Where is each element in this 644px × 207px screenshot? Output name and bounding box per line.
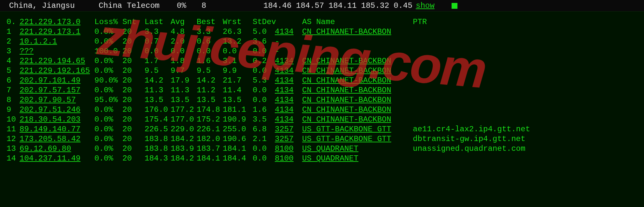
asname-value[interactable]: CN CHINANET-BACKBON: [302, 27, 413, 36]
last-value: 14.2: [145, 76, 171, 85]
loss-value: 0.0%: [94, 135, 122, 143]
hop-ip[interactable]: 104.237.11.49: [20, 154, 94, 163]
top-count: 8: [202, 1, 263, 10]
table-row: 1369.12.69.800.0%20183.8183.9183.7184.10…: [7, 144, 644, 153]
best-value: 13.5: [197, 96, 223, 104]
header-ip[interactable]: 221.229.173.0: [20, 18, 94, 26]
loss-value: 90.0%: [94, 76, 122, 85]
hop-ip[interactable]: 89.149.140.77: [20, 125, 94, 134]
avg-value: 13.5: [171, 96, 197, 104]
last-value: 176.0: [145, 105, 171, 114]
header-stdev: StDev: [253, 18, 275, 26]
best-value: 174.8: [197, 105, 223, 114]
stdev-value: 3.5: [253, 115, 275, 124]
table-row: 5221.229.192.1650.0%209.59.79.59.90.0413…: [7, 66, 644, 75]
snt-value: 20: [122, 105, 145, 114]
best-value: 183.7: [197, 144, 223, 153]
asn-value[interactable]: 3257: [275, 135, 302, 143]
snt-value: 20: [122, 37, 145, 46]
asname-value[interactable]: CN CHINANET-BACKBON: [302, 57, 413, 65]
snt-value: 20: [122, 125, 145, 134]
header-best: Best: [197, 18, 223, 26]
asname-value[interactable]: US GTT-BACKBONE GTT: [302, 125, 413, 134]
table-row: 8202.97.90.5795.0%2013.513.513.513.50.04…: [7, 95, 644, 105]
snt-value: 20: [122, 47, 145, 56]
table-row: 9202.97.51.2460.0%20176.0177.2174.8181.1…: [7, 105, 644, 114]
hop-ip[interactable]: ???: [20, 47, 94, 56]
snt-value: 20: [122, 66, 145, 75]
best-value: 9.5: [197, 66, 223, 75]
table-row: 1189.149.140.770.0%20226.5229.0226.1255.…: [7, 124, 644, 134]
stdev-value: 6.8: [253, 125, 275, 134]
asname-value[interactable]: CN CHINANET-BACKBON: [302, 86, 413, 95]
stdev-value: 0.2: [253, 57, 275, 65]
last-value: 183.8: [145, 144, 171, 153]
last-value: 1.7: [145, 57, 171, 65]
asname-value[interactable]: CN CHINANET-BACKBON: [302, 66, 413, 75]
avg-value: 9.7: [171, 66, 197, 75]
loss-value: 0.0%: [94, 105, 122, 114]
hop-ip[interactable]: 10.1.2.1: [20, 37, 94, 46]
asname-value[interactable]: US GTT-BACKBONE GTT: [302, 135, 413, 143]
asn-value[interactable]: 4134: [275, 76, 302, 85]
wrst-value: 190.9: [223, 115, 253, 124]
asn-value[interactable]: 8100: [275, 154, 302, 163]
hop-ip[interactable]: 202.97.90.57: [20, 96, 94, 104]
hop-number: 5: [7, 66, 20, 75]
snt-value: 20: [122, 27, 145, 36]
hop-number: 10: [7, 115, 20, 124]
asn-value[interactable]: 4134: [275, 57, 302, 65]
hop-ip[interactable]: 202.97.101.49: [20, 76, 94, 85]
avg-value: 177.0: [171, 115, 197, 124]
stdev-value: 0.0: [253, 144, 275, 153]
asn-value[interactable]: 4134: [275, 66, 302, 75]
loss-value: 0.0%: [94, 37, 122, 46]
avg-value: 1.8: [171, 57, 197, 65]
hop-number: 6: [7, 76, 20, 85]
stdev-value: 0.0: [253, 66, 275, 75]
asn-value: -: [275, 47, 302, 56]
asname-value[interactable]: CN CHINANET-BACKBON: [302, 96, 413, 104]
asn-value[interactable]: 3257: [275, 125, 302, 134]
asn-value[interactable]: 4134: [275, 115, 302, 124]
asname-value[interactable]: CN CHINANET-BACKBON: [302, 115, 413, 124]
hop-ip[interactable]: 218.30.54.203: [20, 115, 94, 124]
hop-ip[interactable]: 202.97.57.157: [20, 86, 94, 95]
hop-ip[interactable]: 173.205.58.42: [20, 135, 94, 143]
hop-ip[interactable]: 221.229.173.1: [20, 27, 94, 36]
avg-value: 184.2: [171, 135, 197, 143]
hop-ip[interactable]: 202.97.51.246: [20, 105, 94, 114]
top-v4: 185.32: [361, 1, 394, 10]
hop-ip[interactable]: 221.229.194.65: [20, 57, 94, 65]
avg-value: 2.0: [171, 37, 197, 46]
header-loss: Loss%: [94, 18, 122, 26]
hop-ip[interactable]: 221.229.192.165: [20, 66, 94, 75]
asn-value[interactable]: 4134: [275, 27, 302, 36]
wrst-value: 184.4: [223, 154, 253, 163]
wrst-value: 0.0: [223, 47, 253, 56]
asname-value[interactable]: US QUADRANET: [302, 144, 413, 153]
last-value: 0.0: [145, 47, 171, 56]
asn-value[interactable]: 4134: [275, 96, 302, 104]
table-row: 6202.97.101.4990.0%2014.217.914.221.75.3…: [7, 75, 644, 85]
loss-value: 0.0%: [94, 144, 122, 153]
avg-value: 11.3: [171, 86, 197, 95]
asn-value[interactable]: 8100: [275, 144, 302, 153]
stdev-value: 0.0: [253, 154, 275, 163]
avg-value: 4.8: [171, 27, 197, 36]
asname-value[interactable]: CN CHINANET-BACKBON: [302, 76, 413, 85]
best-value: 14.2: [197, 76, 223, 85]
asname-value[interactable]: US QUADRANET: [302, 154, 413, 163]
asname-value[interactable]: CN CHINANET-BACKBON: [302, 105, 413, 114]
hop-ip[interactable]: 69.12.69.80: [20, 144, 94, 153]
last-value: 11.3: [145, 86, 171, 95]
asn-value[interactable]: 4134: [275, 105, 302, 114]
best-value: 0.6: [197, 37, 223, 46]
status-square-icon: [452, 3, 457, 9]
table-row: 12173.205.58.420.0%20183.8184.2182.0190.…: [7, 134, 644, 144]
show-link[interactable]: show: [416, 1, 452, 10]
header-ptr: PTR: [413, 18, 507, 26]
wrst-value: 255.0: [223, 125, 253, 134]
best-value: 175.2: [197, 115, 223, 124]
asn-value[interactable]: 4134: [275, 86, 302, 95]
